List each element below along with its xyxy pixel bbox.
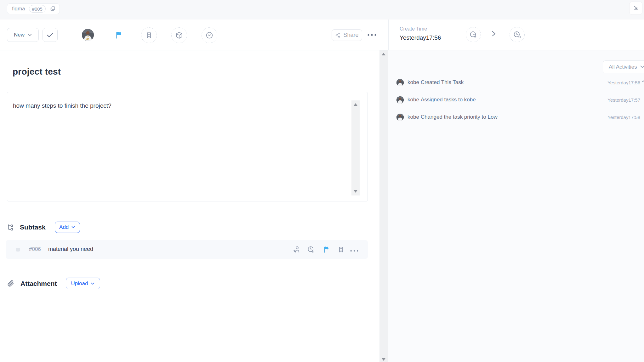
- start-time-button[interactable]: [466, 27, 481, 42]
- chevron-down-icon: [28, 34, 32, 37]
- activity-user: kobe: [407, 79, 419, 85]
- subtask-row[interactable]: #006 material you need: [6, 240, 368, 259]
- subtask-checkbox[interactable]: [16, 248, 20, 252]
- end-time-button[interactable]: [510, 27, 525, 42]
- share-label: Share: [343, 32, 358, 38]
- subtask-icon: [6, 223, 14, 231]
- clipped-icon: [642, 80, 644, 82]
- subtask-id: #006: [29, 246, 41, 252]
- activity-timestamp: Yesterday17:58: [607, 115, 640, 120]
- breadcrumb: figma #005: [7, 3, 60, 14]
- attachment-heading: Attachment: [20, 280, 57, 287]
- attachment-icon: [6, 279, 15, 288]
- subtask-header: Subtask Add: [6, 222, 80, 233]
- status-dropdown[interactable]: New: [7, 28, 39, 42]
- scroll-up-icon[interactable]: [354, 103, 357, 106]
- collapse-panel-button[interactable]: [629, 2, 642, 15]
- bookmark-icon[interactable]: [337, 246, 345, 253]
- task-id-badge[interactable]: #005: [29, 5, 46, 13]
- svg-text:24: 24: [87, 37, 89, 40]
- clock-start-icon: [469, 31, 477, 39]
- assignee-avatar[interactable]: 24: [82, 29, 94, 41]
- module-button[interactable]: [171, 27, 187, 43]
- upload-label: Upload: [71, 280, 88, 287]
- version-button[interactable]: [202, 27, 217, 43]
- share-button[interactable]: Share: [332, 29, 362, 41]
- collapse-icon: [632, 5, 639, 12]
- scroll-down-icon[interactable]: [382, 358, 385, 361]
- scroll-down-icon[interactable]: [354, 190, 357, 193]
- activity-action: Changed the task priority to Low: [421, 114, 498, 120]
- complete-task-button[interactable]: [43, 28, 58, 42]
- chevron-down-icon: [640, 65, 644, 68]
- content-scrollbar[interactable]: [379, 50, 388, 362]
- bookmark-button[interactable]: [141, 27, 157, 43]
- assign-icon[interactable]: [293, 246, 300, 253]
- activity-action: Created This Task: [421, 79, 464, 85]
- clock-end-icon[interactable]: [307, 246, 315, 253]
- description-scrollbar[interactable]: [351, 100, 360, 195]
- subtask-title[interactable]: material you need: [48, 246, 93, 252]
- cube-icon: [175, 31, 183, 39]
- scroll-up-icon[interactable]: [382, 53, 385, 55]
- copy-icon[interactable]: [49, 6, 56, 12]
- more-actions-button[interactable]: [365, 31, 379, 39]
- create-time-section: Create Time Yesterday17:56: [388, 20, 644, 50]
- priority-flag-icon[interactable]: [115, 31, 123, 39]
- toolbar: New 24: [0, 20, 644, 50]
- user-avatar: [396, 96, 404, 104]
- activity-filter-dropdown[interactable]: All Activities: [603, 60, 644, 73]
- activity-item: kobeCreated This Task Yesterday17:56: [388, 79, 644, 87]
- activity-timestamp: Yesterday17:57: [607, 97, 640, 103]
- create-time-label: Create Time: [400, 26, 427, 32]
- add-subtask-button[interactable]: Add: [55, 222, 80, 233]
- toolbar-divider: [69, 28, 69, 42]
- priority-flag-icon[interactable]: [322, 246, 330, 253]
- activity-timestamp: Yesterday17:56: [607, 80, 640, 85]
- description-text[interactable]: how many steps to finish the project?: [13, 102, 111, 109]
- project-name[interactable]: figma: [12, 6, 25, 12]
- status-label: New: [14, 32, 25, 38]
- activity-user: kobe: [407, 114, 419, 120]
- clock-end-icon: [513, 31, 521, 39]
- chevron-down-icon: [71, 226, 75, 229]
- create-time-divider: [455, 26, 455, 43]
- circle-check-icon: [205, 31, 214, 39]
- activity-item: kobeAssigned tasks to kobe Yesterday17:5…: [388, 96, 644, 104]
- chevron-right-icon: [492, 31, 496, 37]
- activity-user: kobe: [407, 97, 419, 103]
- activity-action: Assigned tasks to kobe: [421, 97, 476, 103]
- add-label: Add: [59, 224, 69, 230]
- share-icon: [335, 32, 341, 38]
- bookmark-icon: [145, 31, 153, 39]
- task-title[interactable]: project test: [13, 67, 61, 77]
- subtask-heading: Subtask: [20, 223, 46, 231]
- user-avatar: [396, 114, 404, 121]
- chevron-down-icon: [91, 282, 94, 285]
- activity-panel: All Activities kobeCreated This Task Yes…: [388, 50, 644, 362]
- create-time-value: Yesterday17:56: [400, 34, 441, 41]
- activity-item: kobeChanged the task priority to Low Yes…: [388, 113, 644, 122]
- user-avatar: [396, 79, 404, 86]
- check-icon: [47, 32, 54, 38]
- more-icon[interactable]: [348, 247, 361, 255]
- activity-filter-label: All Activities: [609, 64, 637, 70]
- description-box[interactable]: how many steps to finish the project?: [7, 92, 368, 201]
- top-strip: figma #005: [0, 0, 644, 20]
- attachment-header: Attachment Upload: [6, 278, 100, 289]
- upload-button[interactable]: Upload: [66, 278, 100, 289]
- task-content: project test how many steps to finish th…: [0, 50, 379, 362]
- task-detail-window: figma #005 New: [0, 0, 644, 362]
